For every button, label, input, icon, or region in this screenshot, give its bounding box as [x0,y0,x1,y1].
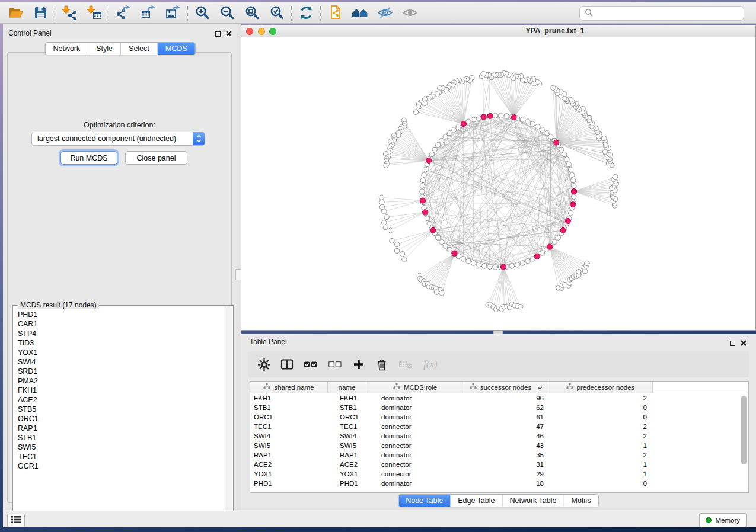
tab-network[interactable]: Network [45,43,88,55]
close-panel-button[interactable]: Close panel [125,151,187,165]
table-row[interactable]: TEC1TEC1connector472 [250,422,748,431]
result-list-item[interactable]: GCR1 [18,462,224,471]
table-row[interactable]: ORC1ORC1dominator610 [250,412,748,422]
tab-mcds[interactable]: MCDS [157,43,195,55]
table-mode-gear-icon[interactable] [257,357,270,371]
table-cell: FKH1 [250,395,328,402]
float-table-panel-icon[interactable] [730,341,735,346]
show-all-icon[interactable] [397,3,422,22]
search-input[interactable] [596,9,744,18]
export-image-icon[interactable] [161,3,186,22]
deselect-all-icon[interactable] [328,357,342,371]
zoom-out-icon[interactable] [215,3,240,22]
scrollbar-thumb[interactable] [741,396,747,464]
column-header-MCDS-role[interactable]: MCDS role [366,382,464,393]
table-cell: SWI5 [328,442,366,449]
column-header-predecessor-nodes[interactable]: predecessor nodes [548,382,653,393]
copy-network-icon[interactable] [323,3,347,22]
table-row[interactable]: PHD1PHD1dominator180 [250,479,748,488]
result-list-item[interactable]: STB1 [18,433,224,443]
mcds-result-list[interactable]: PHD1CAR1STP4TID3YOX1SWI4SRD1PMA2FKH1ACE2… [14,306,224,525]
result-list-item[interactable]: YOX1 [18,348,224,357]
toolbar-separator [187,5,188,21]
table-row[interactable]: STB1STB1dominator620 [250,403,748,412]
table-row[interactable]: YOX1YOX1connector291 [250,469,748,479]
import-network-icon[interactable] [57,3,82,22]
result-list-item[interactable]: TEC1 [18,452,224,462]
table-row[interactable]: FKH1FKH1dominator962 [250,393,748,403]
result-list-item[interactable]: SRD1 [18,367,224,376]
result-list-item[interactable]: PHD1 [18,310,224,319]
sort-descending-icon [537,384,543,391]
table-cell: ACE2 [328,461,366,468]
zoom-selected-icon[interactable] [264,3,289,22]
import-table-icon[interactable] [82,3,107,22]
table-cell: STB1 [250,404,328,411]
network-window-titlebar[interactable]: YPA_prune.txt_1 [241,25,755,37]
table-panel-title: Table Panel [250,338,287,346]
network-canvas[interactable] [241,37,755,330]
result-list-item[interactable]: STP4 [18,329,224,338]
close-window-icon[interactable] [246,28,253,35]
zoom-in-icon[interactable] [190,3,215,22]
table-scrollbar[interactable] [741,396,747,488]
export-table-icon[interactable] [136,3,161,22]
tab-node-table[interactable]: Node Table [398,495,450,507]
table-cell: ORC1 [250,414,328,421]
table-row[interactable]: SWI4SWI4dominator462 [250,431,748,441]
table-row[interactable]: ACE2ACE2connector311 [250,460,748,469]
result-list-item[interactable]: TID3 [18,338,224,348]
minimize-window-icon[interactable] [258,28,265,35]
result-list-item[interactable]: PMA2 [18,376,224,386]
task-history-button[interactable] [7,514,25,527]
result-list-item[interactable]: ORC1 [18,414,224,424]
result-list-item[interactable]: STB5 [18,405,224,414]
tab-style[interactable]: Style [88,43,120,55]
add-column-icon[interactable] [352,357,365,371]
refresh-icon[interactable] [294,3,318,22]
zoom-fit-icon[interactable] [240,3,264,22]
column-header-shared-name[interactable]: shared name [250,382,328,393]
network-graph[interactable] [241,37,755,330]
search-box[interactable] [579,6,744,21]
result-list-item[interactable]: CAR1 [18,319,224,329]
result-list-item[interactable]: RAP1 [18,424,224,433]
result-list-item[interactable]: SWI4 [18,357,224,367]
export-network-icon[interactable] [111,3,136,22]
toolbar-separator [320,5,321,21]
run-mcds-button[interactable]: Run MCDS [60,151,117,165]
tab-network-table[interactable]: Network Table [502,495,564,507]
tab-select[interactable]: Select [120,43,157,55]
float-panel-icon[interactable] [215,31,221,37]
result-list-item[interactable]: FKH1 [18,386,224,395]
tab-edge-table[interactable]: Edge Table [450,495,502,507]
show-columns-icon[interactable] [280,357,294,371]
tab-motifs[interactable]: Motifs [563,495,598,507]
table-cell: dominator [366,480,464,487]
task-list-icon [11,515,21,526]
open-file-icon[interactable] [3,3,28,22]
table-row[interactable]: RAP1RAP1dominator352 [250,450,748,460]
column-header-name[interactable]: name [328,382,366,393]
memory-button[interactable]: Memory [699,513,747,527]
result-list-item[interactable]: SWI5 [18,443,224,452]
column-header-successor-nodes[interactable]: successor nodes [464,382,548,393]
first-neighbors-icon[interactable] [347,3,372,22]
result-list-item[interactable]: ACE2 [18,395,224,405]
toolbar-separator [55,5,55,21]
table-cell: dominator [366,414,464,421]
close-table-panel-icon[interactable] [741,338,747,348]
hide-selected-icon[interactable] [372,3,397,22]
criterion-select[interactable]: largest connected component (undirected) [31,132,205,146]
column-label: name [339,384,356,391]
delete-column-icon[interactable] [375,357,388,371]
maximize-window-icon[interactable] [269,28,276,35]
save-session-icon[interactable] [28,3,53,22]
table-cell: RAP1 [250,451,328,459]
table-row[interactable]: SWI5SWI5connector431 [250,441,748,450]
result-scrollbar[interactable] [224,306,232,525]
control-panel-tabbar: NetworkStyleSelectMCDS [44,42,195,55]
table-cell: 1 [548,461,653,468]
close-panel-icon[interactable] [226,28,232,39]
select-all-icon[interactable] [304,357,318,371]
